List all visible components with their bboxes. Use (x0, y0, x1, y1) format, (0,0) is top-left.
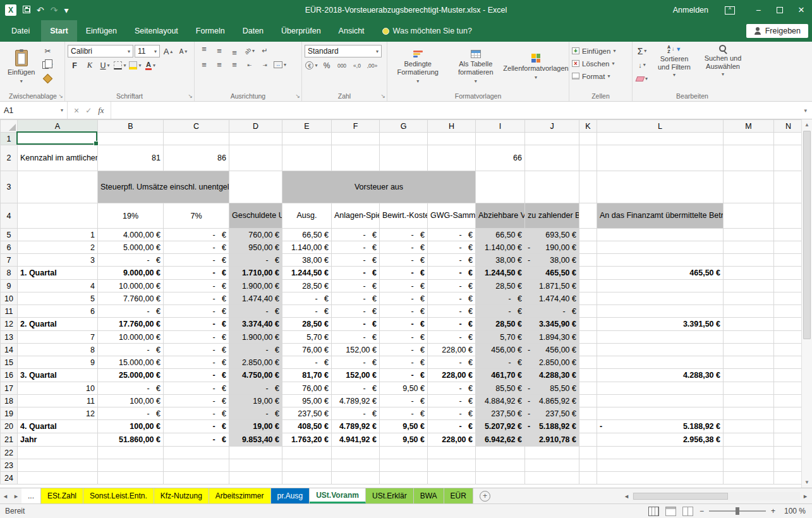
format-cells-button[interactable]: Format▾ (572, 70, 629, 82)
cell-C9[interactable]: - € (164, 280, 229, 292)
cell-J19[interactable]: -237,50 € (525, 407, 579, 420)
cell-H21[interactable]: 228,00 € (428, 433, 476, 447)
cell-K11[interactable] (579, 305, 597, 318)
ribbon-display-options-icon[interactable]: ˄ (725, 6, 735, 15)
cell-I3[interactable] (476, 171, 525, 203)
cell-M1[interactable] (724, 133, 774, 145)
cell-F8[interactable]: - € (332, 267, 380, 280)
cell-J23[interactable] (525, 459, 579, 472)
cell-G20[interactable]: 9,50 € (380, 420, 428, 433)
cell-E22[interactable] (282, 447, 332, 459)
qat-customize-icon[interactable]: ▾ (64, 6, 68, 15)
tell-me-box[interactable]: Was möchten Sie tun? (373, 20, 481, 42)
maximize-button[interactable] (769, 0, 791, 20)
column-header-B[interactable]: B (98, 120, 164, 133)
row-header-10[interactable]: 10 (1, 292, 18, 305)
cell-N8[interactable] (774, 267, 802, 280)
cell-F22[interactable] (332, 447, 380, 459)
cell-H15[interactable]: - € (428, 356, 476, 369)
cell-M17[interactable] (724, 382, 774, 395)
merge-center-button[interactable]: ↔▾ (273, 59, 287, 71)
cell-F16[interactable]: 152,00 € (332, 369, 380, 382)
cell-B13[interactable]: 10.000,00 € (98, 331, 164, 344)
cell-L15[interactable] (597, 356, 724, 369)
cell-M9[interactable] (724, 280, 774, 292)
cell-H13[interactable]: - € (428, 331, 476, 344)
cell-K8[interactable] (579, 267, 597, 280)
cell-C16[interactable]: - € (164, 369, 229, 382)
cell-A8[interactable]: 1. Quartal (18, 267, 98, 280)
cell-K19[interactable] (579, 407, 597, 420)
cell-H7[interactable]: - € (428, 254, 476, 267)
cell-M23[interactable] (724, 459, 774, 472)
cell-I13[interactable]: 5,70 € (476, 331, 525, 344)
row-header-3[interactable]: 3 (1, 171, 18, 203)
column-header-F[interactable]: F (332, 120, 380, 133)
cell-M6[interactable] (724, 241, 774, 254)
cell-D21[interactable]: 9.853,40 € (229, 433, 282, 447)
cell-E13[interactable]: 5,70 € (282, 331, 332, 344)
cell-M13[interactable] (724, 331, 774, 344)
cell-A11[interactable]: 6 (18, 305, 98, 318)
cell-F17[interactable]: - € (332, 382, 380, 395)
cell-K17[interactable] (579, 382, 597, 395)
cell-A12[interactable]: 2. Quartal (18, 318, 98, 331)
cell-I20[interactable]: 5.207,92 € (476, 420, 525, 433)
cut-button[interactable]: ✂ (40, 45, 54, 57)
cell-C14[interactable]: - € (164, 344, 229, 356)
cell-J4[interactable]: zu zahlender Betrag (525, 203, 579, 229)
cell-C1[interactable] (164, 133, 229, 145)
cell-B21[interactable]: 51.860,00 € (98, 433, 164, 447)
cell-L10[interactable] (597, 292, 724, 305)
cell-K12[interactable] (579, 318, 597, 331)
cell-E11[interactable]: - € (282, 305, 332, 318)
cell-A19[interactable]: 12 (18, 407, 98, 420)
cell-A22[interactable] (18, 447, 98, 459)
cell-D6[interactable]: 950,00 € (229, 241, 282, 254)
cell-N12[interactable] (774, 318, 802, 331)
cell-K4[interactable] (579, 203, 597, 229)
cell-N16[interactable] (774, 369, 802, 382)
insert-function-icon[interactable]: fx (98, 105, 104, 116)
alignment-dialog-launcher-icon[interactable]: ↘ (295, 93, 300, 99)
delete-cells-button[interactable]: × Löschen▾ (572, 57, 629, 69)
page-break-view-icon[interactable] (682, 507, 693, 516)
cell-N20[interactable] (774, 420, 802, 433)
column-header-G[interactable]: G (380, 120, 428, 133)
cell-G15[interactable]: - € (380, 356, 428, 369)
align-right-button[interactable]: ≡ (227, 59, 241, 71)
cell-N2[interactable] (774, 145, 802, 171)
cell-L17[interactable] (597, 382, 724, 395)
cell-C2[interactable]: 86 (164, 145, 229, 171)
orientation-button[interactable]: ab▾ (243, 45, 257, 57)
cell-I18[interactable]: 4.884,92 € (476, 395, 525, 407)
cell-B7[interactable]: - € (98, 254, 164, 267)
save-icon[interactable] (23, 6, 30, 15)
autosum-button[interactable]: Σ▾ (635, 45, 649, 57)
cell-K10[interactable] (579, 292, 597, 305)
horizontal-scrollbar[interactable]: ◂ ▸ (621, 491, 811, 502)
cell-G12[interactable]: - € (380, 318, 428, 331)
cell-E9[interactable]: 28,50 € (282, 280, 332, 292)
cell-B2[interactable]: 81 (98, 145, 164, 171)
cell-K18[interactable] (579, 395, 597, 407)
ribbon-tab-start[interactable]: Start (41, 20, 76, 42)
cell-G2[interactable] (380, 145, 428, 171)
cell-N11[interactable] (774, 305, 802, 318)
cell-D8[interactable]: 1.710,00 € (229, 267, 282, 280)
cell-D15[interactable]: 2.850,00 € (229, 356, 282, 369)
scroll-down-icon[interactable]: ▼ (802, 477, 812, 488)
minimize-button[interactable]: − (748, 0, 769, 20)
increase-font-button[interactable]: A▴ (161, 45, 175, 57)
increase-indent-button[interactable]: ⇥ (258, 59, 272, 71)
undo-icon[interactable]: ↶ (37, 6, 44, 15)
row-header-22[interactable]: 22 (1, 447, 18, 459)
cell-I6[interactable]: 1.140,00 € (476, 241, 525, 254)
share-button[interactable]: Freigeben (746, 24, 808, 38)
wrap-text-button[interactable]: ↵ (258, 45, 272, 57)
cell-M21[interactable] (724, 433, 774, 447)
row-header-19[interactable]: 19 (1, 407, 18, 420)
cell-J9[interactable]: 1.871,50 € (525, 280, 579, 292)
cell-I22[interactable] (476, 447, 525, 459)
cell-A1[interactable] (18, 133, 98, 145)
